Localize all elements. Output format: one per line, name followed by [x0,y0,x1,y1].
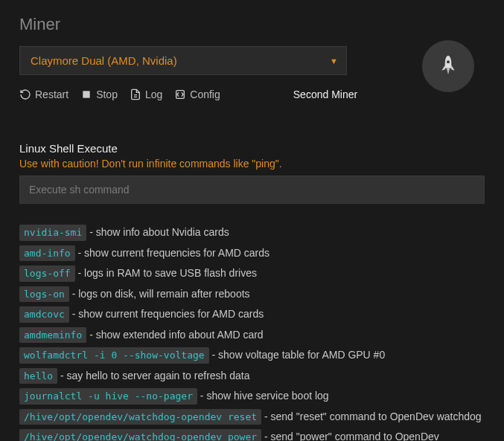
command-code[interactable]: logs-off [19,265,75,282]
shell-title: Linux Shell Execute [19,142,485,155]
command-code[interactable]: /hive/opt/opendev/watchdog-opendev power [19,429,261,441]
command-description: - show hive service boot log [197,390,329,402]
config-icon [174,88,186,100]
command-description: - send "reset" command to OpenDev watchd… [261,411,482,422]
shell-command-input[interactable] [19,176,485,204]
miner-select[interactable]: Claymore Dual (AMD, Nvidia) [19,46,347,75]
config-button[interactable]: Config [174,88,220,100]
restart-icon [19,88,31,100]
command-row: logs-off - logs in RAM to save USB flash… [19,265,485,282]
command-code[interactable]: journalctl -u hive --no-pager [19,388,197,405]
stop-label: Stop [96,88,118,100]
page-title: Miner [19,15,485,34]
command-row: wolfamdctrl -i 0 --show-voltage - show v… [19,347,485,364]
command-row: amdmeminfo - show extended info about AM… [19,327,485,344]
svg-point-0 [447,60,450,63]
command-row: hello - say hello to server again to ref… [19,368,485,384]
stop-icon [80,88,92,100]
command-code[interactable]: amd-info [19,245,75,262]
command-row: nvidia-smi - show info about Nvidia card… [19,225,485,241]
log-button[interactable]: Log [130,88,162,100]
command-description: - logs on disk, will remain after reboot… [69,288,250,300]
restart-label: Restart [35,88,68,100]
miner-select-wrap[interactable]: Claymore Dual (AMD, Nvidia) ▼ [19,46,347,75]
rocket-icon [422,40,474,92]
log-icon [130,88,141,100]
command-description: - say hello to server again to refresh d… [57,370,249,382]
restart-button[interactable]: Restart [19,88,68,100]
command-code[interactable]: wolfamdctrl -i 0 --show-voltage [19,347,209,364]
command-row: amdcovc - show current frequencies for A… [19,306,485,323]
command-code[interactable]: logs-on [19,286,69,303]
command-code[interactable]: /hive/opt/opendev/watchdog-opendev reset [19,409,261,425]
command-row: amd-info - show current frequencies for … [19,245,485,262]
svg-rect-1 [83,91,89,97]
stop-button[interactable]: Stop [80,88,118,100]
command-row: /hive/opt/opendev/watchdog-opendev power… [19,429,485,441]
command-description: - show info about Nvidia cards [86,226,229,238]
command-code[interactable]: hello [19,368,57,384]
command-description: - show voltage table for AMD GPU #0 [209,349,386,361]
second-miner-link[interactable]: Second Miner [293,88,357,100]
command-row: logs-on - logs on disk, will remain afte… [19,286,485,303]
command-code[interactable]: amdcovc [19,306,69,323]
log-label: Log [145,88,162,100]
config-label: Config [190,88,220,100]
command-description: - show current frequencies for AMD cards [75,247,269,259]
command-description: - show current frequencies for AMD cards [69,308,264,320]
shell-warning: Use with caution! Don't run infinite com… [19,158,485,170]
command-row: /hive/opt/opendev/watchdog-opendev reset… [19,409,485,425]
command-code[interactable]: nvidia-smi [19,225,86,241]
command-code[interactable]: amdmeminfo [19,327,86,344]
command-description: - logs in RAM to save USB flash drives [75,267,257,279]
command-description: - show extended info about AMD card [86,329,263,341]
command-row: journalctl -u hive --no-pager - show hiv… [19,388,485,405]
command-list: nvidia-smi - show info about Nvidia card… [19,225,485,441]
